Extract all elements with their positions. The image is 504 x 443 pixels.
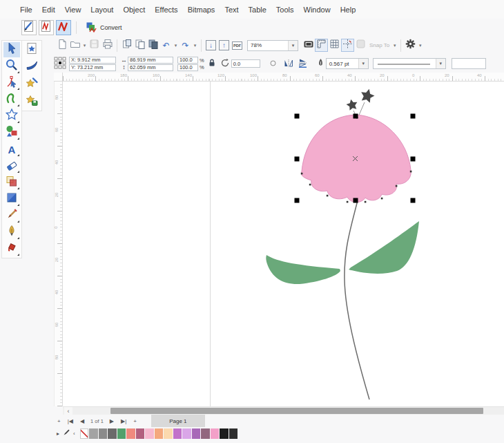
palette-swatch[interactable] (229, 428, 238, 439)
copy-button[interactable] (133, 39, 146, 52)
right-leaf[interactable] (349, 221, 419, 274)
star-pencil-tool[interactable] (23, 77, 40, 92)
palette-swatch[interactable] (145, 428, 154, 439)
zoom-tool[interactable] (3, 59, 20, 74)
selection-handle[interactable] (295, 114, 300, 119)
mirror-vertical-icon[interactable] (298, 58, 308, 69)
line-style-combo[interactable]: ▾ (373, 58, 446, 69)
cut-button[interactable] (120, 39, 133, 52)
menu-view[interactable]: View (65, 6, 81, 14)
fill-bucket-tool[interactable] (3, 241, 20, 256)
export-button[interactable]: ↑ (217, 39, 231, 52)
palette-swatch[interactable] (164, 428, 173, 439)
redo-dropdown-arrow[interactable]: ▾ (192, 43, 198, 48)
last-page-button[interactable]: ▶| (117, 418, 130, 424)
menu-table[interactable]: Table (249, 6, 266, 14)
menu-help[interactable]: Help (340, 6, 356, 14)
stamen-star-large[interactable] (359, 87, 376, 104)
show-grid-button[interactable] (328, 39, 341, 52)
scale-y-field[interactable]: 100.0 (177, 64, 198, 71)
palette-swatch[interactable] (117, 428, 126, 439)
palette-swatch[interactable] (89, 428, 98, 439)
palette-swatch[interactable] (182, 428, 191, 439)
interactive-fill-tool[interactable] (3, 191, 20, 207)
zoom-dropdown-arrow[interactable]: ▾ (288, 41, 298, 50)
selection-handle[interactable] (411, 157, 416, 162)
drawing-canvas[interactable] (63, 82, 504, 406)
zigzag-page-button[interactable] (39, 20, 54, 35)
curve-node[interactable] (309, 184, 311, 186)
object-width-field[interactable]: 86.919 mm (128, 57, 173, 64)
menu-text[interactable]: Text (224, 6, 238, 14)
menu-tools[interactable]: Tools (276, 6, 294, 14)
palette-back-arrow[interactable]: ‹ (72, 431, 77, 437)
next-page-button[interactable]: ▶ (106, 418, 117, 424)
line-style-dropdown-arrow[interactable]: ▾ (436, 59, 445, 68)
menu-bitmaps[interactable]: Bitmaps (188, 6, 215, 14)
palette-swatch-none[interactable] (80, 428, 89, 439)
stamen-star-small[interactable] (345, 98, 358, 111)
shape-tool[interactable] (3, 75, 20, 91)
curve-node[interactable] (327, 195, 329, 197)
y-position-field[interactable]: Y:73.212 mm (69, 64, 116, 71)
selection-handle[interactable] (295, 198, 300, 203)
scale-x-field[interactable]: 100.0 (177, 57, 198, 64)
freehand-tool[interactable] (3, 92, 20, 107)
curve-node[interactable] (410, 171, 412, 173)
curve-node[interactable] (365, 201, 367, 203)
palette-swatch[interactable] (136, 428, 145, 439)
horizontal-ruler[interactable]: 2001801601401201008060402002040 (63, 73, 504, 82)
curve-node[interactable] (381, 198, 383, 200)
x-position-field[interactable]: X:9.912 mm (69, 57, 116, 64)
show-guidelines-button[interactable] (341, 39, 354, 52)
previous-page-button[interactable]: ◀ (77, 418, 88, 424)
options-dropdown-arrow[interactable]: ▾ (417, 43, 423, 48)
first-page-button[interactable]: |◀ (64, 418, 77, 424)
basic-shapes-tool[interactable] (3, 125, 20, 140)
left-leaf[interactable] (266, 255, 340, 284)
palette-swatch[interactable] (126, 428, 135, 439)
paste-button[interactable] (146, 39, 159, 52)
palette-swatch[interactable] (220, 428, 229, 439)
outline-width-combo[interactable]: 0.567 pt ▾ (326, 58, 369, 69)
add-page-button-2[interactable]: + (130, 418, 140, 424)
zigzag-tool-button[interactable] (56, 20, 71, 35)
selection-handle[interactable] (353, 198, 358, 203)
palette-swatch[interactable] (211, 428, 220, 439)
extra-combo[interactable] (452, 58, 486, 69)
selection-handle[interactable] (411, 198, 416, 203)
pick-tool[interactable] (3, 42, 20, 57)
palette-eyedropper-icon[interactable] (62, 427, 70, 440)
add-page-button[interactable]: + (54, 418, 64, 424)
zoom-level-combo[interactable]: 78% ▾ (247, 40, 298, 51)
scrollbar-thumb[interactable] (110, 408, 483, 414)
text-tool[interactable]: A (3, 142, 20, 157)
outline-pen-tool[interactable] (3, 225, 20, 240)
options-button[interactable] (404, 39, 417, 52)
blade-tool[interactable] (23, 59, 40, 75)
page-tab[interactable]: Page 1 (151, 415, 205, 427)
menu-object[interactable]: Object (123, 6, 145, 14)
menu-window[interactable]: Window (304, 6, 331, 14)
palette-swatch[interactable] (173, 428, 182, 439)
flower-stem[interactable] (345, 200, 369, 399)
selection-handle[interactable] (353, 114, 358, 119)
curve-node[interactable] (301, 173, 303, 175)
object-height-field[interactable]: 62.059 mm (128, 64, 173, 71)
open-button[interactable] (68, 39, 81, 52)
curve-node[interactable] (347, 201, 349, 203)
rotation-angle-field[interactable]: 0.0 (231, 59, 260, 68)
fullscreen-preview-button[interactable] (302, 39, 315, 52)
menu-file[interactable]: File (20, 6, 32, 14)
undo-dropdown-arrow[interactable]: ▾ (173, 43, 179, 48)
new-document-button[interactable] (55, 39, 68, 52)
star-save-tool[interactable] (23, 94, 40, 109)
vertical-ruler[interactable]: 80604020020406080 (54, 82, 63, 406)
menu-effects[interactable]: Effects (155, 6, 177, 14)
mirror-horizontal-icon[interactable] (283, 59, 294, 69)
palette-swatch[interactable] (201, 428, 210, 439)
menu-layout[interactable]: Layout (90, 6, 113, 14)
print-button[interactable] (101, 39, 114, 52)
convert-button[interactable]: Convert (81, 20, 126, 35)
palette-swatch[interactable] (192, 428, 201, 439)
